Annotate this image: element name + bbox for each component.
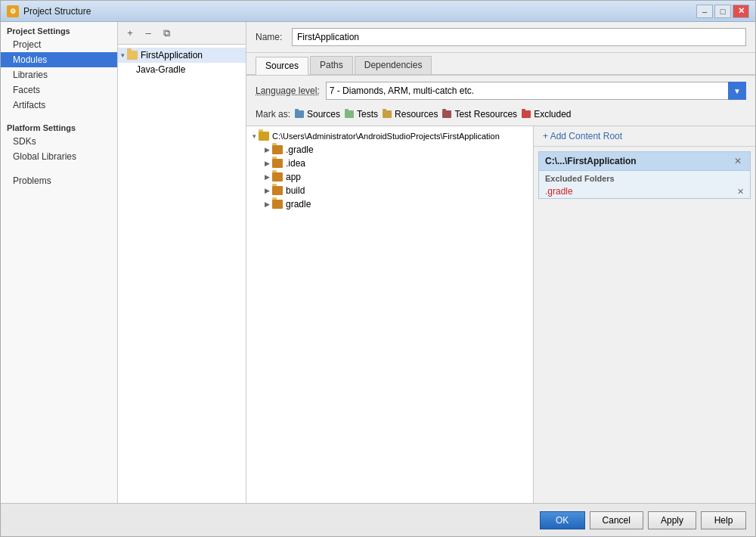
sidebar-item-modules[interactable]: Modules (1, 52, 117, 67)
tree-expand-arrow: ▾ (121, 51, 125, 59)
add-module-button[interactable]: + (122, 26, 138, 41)
cancel-button[interactable]: Cancel (590, 511, 643, 529)
idea-expand-arrow: ▶ (265, 160, 270, 167)
excluded-entry-close-button[interactable]: ✕ (737, 187, 744, 197)
build-label: build (286, 185, 305, 196)
gradle2-expand-arrow: ▶ (265, 200, 270, 208)
mark-test-resources-label: Test Resources (454, 109, 517, 120)
tree-toolbar: + – ⧉ (118, 22, 246, 45)
file-tree-item-gradle[interactable]: ▶ .gradle (246, 143, 533, 157)
file-tree-root[interactable]: ▾ C:\Users\Administrator\AndroidStudioPr… (246, 129, 533, 143)
tree-root-item[interactable]: ▾ FirstApplication (118, 48, 246, 63)
language-level-label: Language level: (256, 85, 320, 96)
excluded-folders-title: Excluded Folders (539, 171, 750, 185)
sidebar-item-project[interactable]: Project (1, 37, 117, 52)
window-icon: ⚙ (7, 5, 19, 17)
sources-folder-icon (295, 110, 304, 118)
gradle2-folder-icon (272, 200, 283, 209)
language-select-wrapper: 3 - Enums, annotations, etc. 5 - Enums, … (326, 82, 746, 100)
main-content: Project Settings Project Modules Librari… (1, 22, 755, 503)
idea-folder-icon (272, 159, 283, 168)
mark-resources[interactable]: Resources (383, 109, 438, 120)
title-bar: ⚙ Project Structure – □ ✕ (1, 1, 755, 22)
main-right-panel: Name: Sources Paths Dependencies Languag… (246, 22, 755, 503)
resources-folder-icon (383, 110, 392, 118)
gradle2-label: gradle (286, 199, 311, 210)
file-tree-item-app[interactable]: ▶ app (246, 170, 533, 184)
platform-settings-header: Platform Settings (1, 119, 117, 134)
file-tree-root-path: C:\Users\Administrator\AndroidStudioProj… (272, 132, 500, 141)
add-content-root-button[interactable]: + Add Content Root (534, 126, 755, 147)
project-settings-header: Project Settings (1, 22, 117, 37)
help-button[interactable]: Help (701, 511, 746, 529)
sidebar-item-global-libraries[interactable]: Global Libraries (1, 149, 117, 164)
test-resources-folder-icon (442, 110, 451, 118)
bottom-bar: OK Cancel Apply Help (1, 503, 755, 536)
card-close-button[interactable]: ✕ (732, 155, 744, 167)
minimize-button[interactable]: – (696, 5, 713, 18)
sidebar-item-libraries[interactable]: Libraries (1, 67, 117, 82)
file-tree: ▾ C:\Users\Administrator\AndroidStudioPr… (246, 126, 534, 503)
window-title: Project Structure (23, 6, 695, 17)
file-tree-item-gradle2[interactable]: ▶ gradle (246, 197, 533, 211)
sidebar-item-facets[interactable]: Facets (1, 82, 117, 98)
gradle-folder-icon (272, 145, 283, 154)
language-level-row: Language level: 3 - Enums, annotations, … (246, 76, 755, 106)
tree-child-item[interactable]: Java-Gradle (118, 63, 246, 76)
remove-module-button[interactable]: – (141, 26, 156, 41)
module-tree: ▾ FirstApplication Java-Gradle (118, 45, 246, 503)
content-roots-panel: + Add Content Root C:\...\FirstApplicati… (534, 126, 755, 503)
tree-root-label: FirstApplication (141, 50, 203, 61)
excluded-entry-gradle: .gradle ✕ (539, 185, 750, 198)
content-root-card: C:\...\FirstApplication ✕ Excluded Folde… (538, 151, 751, 199)
build-expand-arrow: ▶ (265, 187, 270, 194)
tabs-bar: Sources Paths Dependencies (246, 53, 755, 76)
mark-as-row: Mark as: Sources Tests Resources (246, 106, 755, 126)
app-expand-arrow: ▶ (265, 173, 270, 181)
excluded-folder-icon (522, 110, 531, 118)
mark-test-resources[interactable]: Test Resources (442, 109, 517, 120)
mark-sources-label: Sources (307, 109, 340, 120)
panel-body: Language level: 3 - Enums, annotations, … (246, 76, 755, 503)
child-label: Java-Gradle (136, 64, 185, 75)
close-button[interactable]: ✕ (733, 5, 749, 18)
ftree-expand-arrow: ▾ (253, 132, 256, 140)
content-split: ▾ C:\Users\Administrator\AndroidStudioPr… (246, 126, 755, 503)
mark-resources-label: Resources (395, 109, 438, 120)
app-label: app (286, 172, 301, 182)
ok-button[interactable]: OK (540, 511, 585, 529)
mark-as-label: Mark as: (256, 109, 290, 120)
apply-button[interactable]: Apply (648, 511, 696, 529)
copy-module-button[interactable]: ⧉ (159, 26, 174, 41)
app-folder-icon (272, 172, 283, 182)
mark-sources[interactable]: Sources (295, 109, 340, 120)
tab-paths[interactable]: Paths (310, 56, 353, 74)
file-tree-item-build[interactable]: ▶ build (246, 184, 533, 197)
add-content-root-label: + Add Content Root (543, 131, 622, 141)
root-project-folder-icon (259, 132, 269, 141)
card-header: C:\...\FirstApplication ✕ (539, 152, 750, 171)
sidebar-item-sdks[interactable]: SDKs (1, 134, 117, 149)
mark-excluded-label: Excluded (534, 109, 571, 120)
build-folder-icon (272, 186, 283, 195)
mark-tests-label: Tests (357, 109, 378, 120)
tab-sources[interactable]: Sources (256, 57, 308, 75)
sidebar: Project Settings Project Modules Librari… (1, 22, 118, 503)
maximize-button[interactable]: □ (714, 5, 731, 18)
file-tree-item-idea[interactable]: ▶ .idea (246, 157, 533, 170)
gradle-expand-arrow: ▶ (265, 146, 270, 154)
sidebar-item-problems[interactable]: Problems (1, 173, 117, 188)
sidebar-item-artifacts[interactable]: Artifacts (1, 98, 117, 113)
tests-folder-icon (345, 110, 354, 118)
gradle-label: .gradle (286, 144, 314, 155)
tab-dependencies[interactable]: Dependencies (355, 56, 432, 74)
name-input[interactable] (292, 28, 746, 46)
language-dropdown-button[interactable]: ▼ (728, 82, 746, 100)
name-label: Name: (256, 32, 286, 42)
mark-tests[interactable]: Tests (345, 109, 378, 120)
name-row: Name: (246, 22, 755, 53)
mark-excluded[interactable]: Excluded (522, 109, 571, 120)
idea-label: .idea (286, 158, 305, 169)
language-level-select[interactable]: 3 - Enums, annotations, etc. 5 - Enums, … (326, 82, 729, 100)
project-structure-window: ⚙ Project Structure – □ ✕ Project Settin… (0, 0, 756, 537)
